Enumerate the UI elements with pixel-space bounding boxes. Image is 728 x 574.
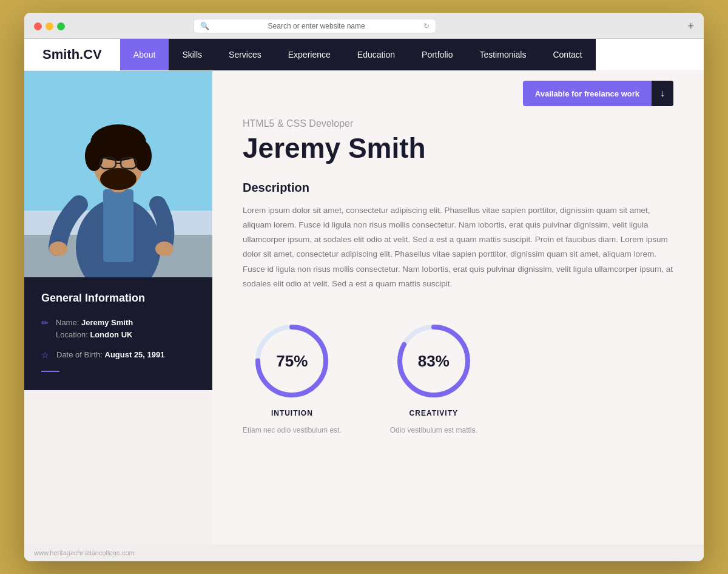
edit-icon: ✏ <box>41 318 49 328</box>
name-label: Name: <box>56 318 79 327</box>
sidebar: General Information ✏ Name: Jeremy Smith… <box>24 71 212 544</box>
star-icon: ☆ <box>41 350 49 360</box>
info-row-name: ✏ Name: Jeremy Smith Location: London UK <box>41 317 195 340</box>
sidebar-info-title: General Information <box>41 292 195 305</box>
description-title: Description <box>243 181 673 195</box>
hero-name: Jeremy Smith <box>243 133 673 164</box>
navbar: Smith.CV About Skills Services Experienc… <box>24 39 704 71</box>
nav-item-services[interactable]: Services <box>215 39 275 70</box>
nav-item-experience[interactable]: Experience <box>275 39 344 70</box>
browser-dots <box>34 22 65 30</box>
circle-inner-creativity: 83% <box>418 352 450 371</box>
info-name-text: Name: Jeremy Smith Location: London UK <box>56 317 133 340</box>
svg-point-15 <box>155 241 174 256</box>
website: Smith.CV About Skills Services Experienc… <box>24 39 704 561</box>
sidebar-info: General Information ✏ Name: Jeremy Smith… <box>24 277 212 390</box>
hero-subtitle: HTML5 & CSS Developer <box>243 118 673 129</box>
svg-point-14 <box>49 241 67 256</box>
freelance-btn-text: Available for freelance work <box>523 82 652 106</box>
name-value: Jeremy Smith <box>81 318 133 327</box>
svg-point-10 <box>100 168 136 190</box>
circle-inner-intuition: 75% <box>276 352 308 371</box>
browser-window: 🔍 Search or enter website name ↻ + Smith… <box>24 13 704 561</box>
circle-creativity: 83% <box>394 322 473 400</box>
sidebar-divider <box>41 371 59 372</box>
browser-chrome: 🔍 Search or enter website name ↻ + <box>24 13 704 39</box>
new-tab-button[interactable]: + <box>687 20 694 33</box>
site-logo[interactable]: Smith.CV <box>24 47 120 62</box>
description-text: Lorem ipsum dolor sit amet, consectetur … <box>243 203 673 292</box>
stats-row: 75% INTUITION Etiam nec odio vestibulum … <box>243 316 673 434</box>
close-dot[interactable] <box>34 22 42 30</box>
nav-item-about[interactable]: About <box>120 39 169 70</box>
nav-menu: About Skills Services Experience Educati… <box>120 39 704 70</box>
nav-item-contact[interactable]: Contact <box>539 39 595 70</box>
svg-rect-4 <box>103 189 133 262</box>
freelance-btn-wrapper: Available for freelance work ↓ <box>243 71 673 106</box>
refresh-icon[interactable]: ↻ <box>423 22 430 30</box>
creativity-label: CREATIVITY <box>410 409 458 417</box>
info-dob-text: Date of Birth: August 25, 1991 <box>56 349 165 361</box>
nav-item-testimonials[interactable]: Testimonials <box>466 39 539 70</box>
maximize-dot[interactable] <box>57 22 65 30</box>
freelance-button[interactable]: Available for freelance work ↓ <box>523 81 673 106</box>
download-icon: ↓ <box>652 81 673 106</box>
dob-value: August 25, 1991 <box>105 350 165 359</box>
profile-photo <box>24 71 212 277</box>
right-content: Available for freelance work ↓ HTML5 & C… <box>212 71 704 544</box>
dob-label: Date of Birth: <box>56 350 103 359</box>
intuition-sublabel: Etiam nec odio vestibulum est. <box>243 426 342 434</box>
info-row-dob: ☆ Date of Birth: August 25, 1991 <box>41 349 195 361</box>
location-label: Location: <box>56 330 88 339</box>
nav-item-portfolio[interactable]: Portfolio <box>408 39 466 70</box>
stat-intuition: 75% INTUITION Etiam nec odio vestibulum … <box>243 322 342 434</box>
location-value: London UK <box>90 330 132 339</box>
creativity-percent: 83% <box>418 352 450 371</box>
creativity-sublabel: Odio vestibulum est mattis. <box>390 426 477 434</box>
circle-intuition: 75% <box>252 322 331 400</box>
intuition-percent: 75% <box>276 352 308 371</box>
address-bar[interactable]: 🔍 Search or enter website name ↻ <box>194 19 436 33</box>
main-content: General Information ✏ Name: Jeremy Smith… <box>24 71 704 544</box>
stat-creativity: 83% CREATIVITY Odio vestibulum est matti… <box>390 322 477 434</box>
minimize-dot[interactable] <box>46 22 53 30</box>
intuition-label: INTUITION <box>271 409 313 417</box>
address-bar-text: Search or enter website name <box>213 22 420 30</box>
nav-item-skills[interactable]: Skills <box>169 39 215 70</box>
footer-link: www.heritagechristiancollege.com <box>24 544 704 561</box>
search-icon: 🔍 <box>200 22 209 30</box>
nav-item-education[interactable]: Education <box>344 39 408 70</box>
